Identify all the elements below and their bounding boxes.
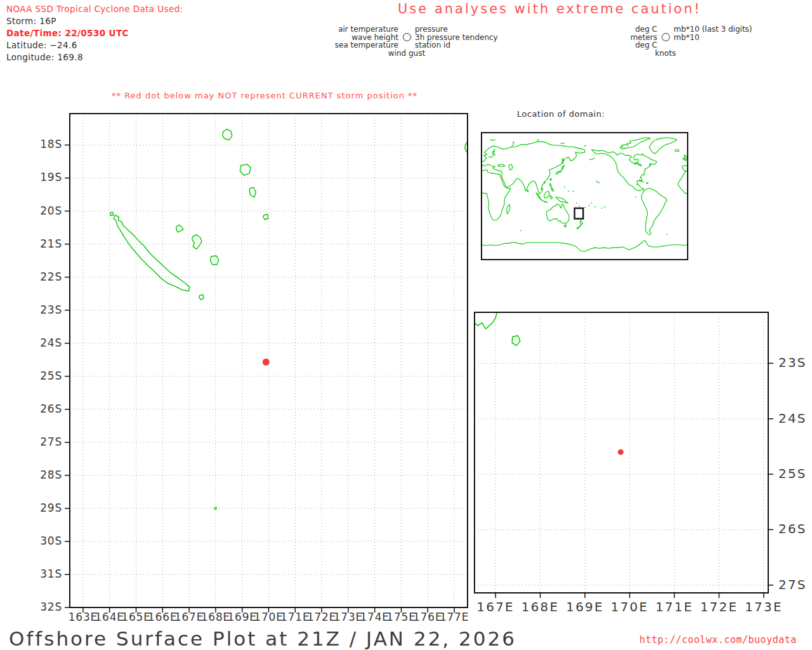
island-dot [635, 196, 636, 197]
coastline-path [544, 191, 549, 198]
lon-axis-label: 177E [434, 611, 475, 623]
coastline-path [683, 158, 684, 159]
lat-axis-label: 28S [19, 468, 62, 481]
main-map [65, 113, 471, 614]
legend-sea-temperature: sea temperature [317, 41, 398, 50]
island-dot [589, 205, 590, 206]
coastline-path [240, 164, 251, 176]
island-dot [573, 190, 574, 192]
lat-axis-label: 29S [19, 501, 62, 514]
island-dot [585, 207, 586, 208]
lat-axis-label: 31S [19, 567, 62, 580]
coastline-path [512, 336, 520, 346]
lon-axis-label: 170E [608, 599, 652, 614]
coastline-path [481, 142, 585, 194]
coastline-path [511, 142, 515, 147]
caution-headline: Use analyses with extreme caution! [398, 1, 702, 17]
island-dot [594, 206, 596, 208]
island-dot [601, 208, 603, 209]
lon-axis-label: 172E [697, 599, 741, 614]
coastline-path [481, 170, 511, 220]
island-dot [520, 230, 521, 232]
units-pressure: mb*10 (last 3 digits) [674, 25, 752, 34]
island-dot [568, 190, 569, 192]
domain-rectangle [575, 208, 584, 219]
coastline-path [192, 235, 202, 249]
coastline-path [490, 140, 495, 140]
coastline-path [564, 225, 566, 227]
units-tendency: mb*10 [674, 34, 700, 42]
coastline-path [214, 507, 216, 510]
longitude-line: Longitude: 169.8 [6, 51, 183, 63]
coastline-path [223, 129, 232, 140]
lat-axis-label: 25S [778, 466, 812, 481]
storm-dot [618, 449, 624, 455]
station-model-legend: air temperature pressure wave height 3h … [317, 25, 498, 57]
lat-axis-label: 21S [19, 237, 62, 250]
coastline-path [675, 150, 679, 152]
coastline-path [481, 241, 688, 251]
coastline-path [509, 164, 513, 170]
legend-wind-gust: wind gust [317, 50, 496, 58]
coastline-path [546, 204, 569, 223]
legend-station-id: station id [415, 41, 450, 50]
units-deg-c-sea: deg C [589, 41, 657, 50]
plot-title: Offshore Surface Plot at 21Z / JAN 22, 2… [9, 627, 516, 650]
data-source-line: NOAA SSD Tropical Cyclone Data Used: [6, 3, 183, 15]
island-dot [597, 182, 598, 183]
lon-axis-label: 171E [652, 599, 697, 614]
storm-id-line: Storm: 16P [6, 15, 183, 27]
zoom-map [474, 312, 775, 599]
coastline-path [550, 178, 551, 180]
lat-axis-label: 30S [19, 534, 62, 547]
coastline-path [683, 165, 688, 171]
island-dot [564, 187, 565, 188]
coastline-path [249, 187, 256, 197]
coastline-path [263, 215, 268, 220]
coastline-path [110, 212, 114, 216]
station-circle-icon [662, 33, 670, 41]
lat-axis-label: 23S [778, 355, 812, 370]
coastline-path [678, 171, 688, 194]
station-circle-icon [403, 33, 411, 41]
lat-axis-label: 18S [19, 138, 62, 150]
latitude-line: Latitude: −24.6 [6, 39, 183, 51]
legend-air-temperature: air temperature [317, 25, 398, 34]
coastline-path [211, 256, 219, 265]
island-dot [576, 202, 577, 204]
coastline-path [536, 192, 547, 202]
lat-axis-label: 20S [19, 204, 62, 217]
storm-info-block: NOAA SSD Tropical Cyclone Data Used: Sto… [6, 3, 183, 63]
lat-axis-label: 32S [19, 600, 62, 613]
coastline-path [650, 138, 677, 154]
world-map [481, 132, 688, 260]
lat-axis-label: 25S [19, 369, 62, 382]
lat-axis-label: 27S [778, 577, 812, 592]
coastline-path [507, 204, 510, 214]
lat-axis-label: 24S [19, 336, 62, 349]
lat-axis-label: 19S [19, 171, 62, 183]
coastline-path [641, 189, 667, 235]
lon-axis-label: 173E [742, 599, 786, 614]
coastline-path [544, 182, 545, 183]
lat-axis-label: 22S [19, 270, 62, 283]
coastline-path [634, 163, 642, 166]
coastline-path [562, 158, 563, 164]
coastline-path [577, 220, 583, 229]
lat-axis-label: 24S [778, 411, 812, 426]
lon-axis-label: 169E [563, 599, 607, 614]
storm-position-note: ** Red dot below may NOT represent CURRE… [112, 91, 417, 100]
lon-axis-label: 168E [518, 599, 563, 614]
island-dot [591, 202, 592, 204]
coastline-path [549, 183, 553, 191]
units-deg-c-air: deg C [589, 25, 657, 34]
storm-dot [263, 359, 270, 366]
coastline-path [199, 295, 204, 300]
buoydata-link[interactable]: http://coolwx.com/buoydata [639, 634, 797, 646]
island-dot [596, 181, 598, 182]
lat-axis-label: 23S [19, 303, 62, 316]
coastline-path [591, 150, 657, 190]
datetime-line: Date/Time: 22/0530 UTC [6, 27, 183, 39]
lon-axis-label: 167E [473, 599, 518, 614]
coastline-path [114, 215, 190, 291]
